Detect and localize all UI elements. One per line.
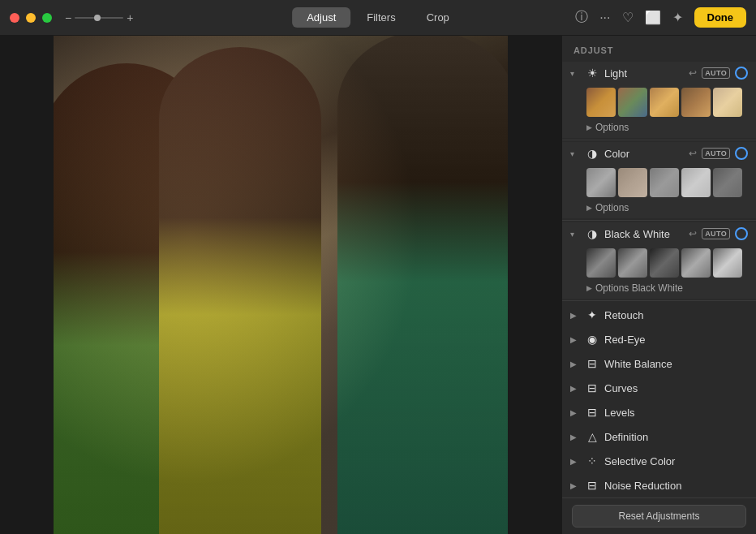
bw-options-row[interactable]: ▶ Options Black White (562, 281, 756, 299)
undo-bw-icon[interactable]: ↩ (689, 228, 697, 239)
light-icon: ☀ (585, 67, 599, 80)
thumb-light-5[interactable] (713, 88, 742, 117)
chevron-redeye-icon: ▶ (570, 335, 580, 344)
chevron-definition-icon: ▶ (570, 433, 580, 441)
zoom-slider[interactable] (75, 17, 123, 19)
minimize-button[interactable] (26, 13, 36, 23)
undo-icon[interactable]: ↩ (689, 67, 697, 79)
tab-crop[interactable]: Crop (412, 7, 464, 28)
crop-icon[interactable]: ⬜ (645, 10, 661, 25)
thumb-color-5[interactable] (713, 168, 742, 197)
thumb-bw-4[interactable] (681, 248, 711, 278)
zoom-out-button[interactable]: − (65, 11, 71, 24)
nav-tabs: Adjust Filters Crop (292, 7, 464, 28)
wb-label: White Balance (604, 358, 748, 370)
section-header-light[interactable]: ▾ ☀ Light ↩ AUTO (562, 62, 756, 84)
color-label: Color (604, 148, 684, 160)
magic-icon[interactable]: ✦ (672, 10, 683, 25)
divider-2 (562, 220, 756, 221)
thumb-color-2[interactable] (618, 168, 647, 197)
light-thumbnails (562, 84, 756, 120)
done-button[interactable]: Done (694, 7, 747, 28)
row-noise[interactable]: ▶ ⊟ Noise Reduction (562, 473, 756, 497)
row-levels[interactable]: ▶ ⊟ Levels (562, 400, 756, 424)
noise-label: Noise Reduction (604, 480, 748, 492)
bw-label: Black & White (604, 228, 684, 240)
divider-1 (562, 140, 756, 140)
bw-thumbnails (562, 245, 756, 281)
thumb-color-3[interactable] (650, 168, 679, 197)
auto-badge-bw[interactable]: AUTO (702, 228, 730, 239)
thumb-bw-1[interactable] (586, 248, 616, 278)
photo-area (0, 36, 561, 534)
selective-color-label: Selective Color (604, 455, 748, 467)
noise-icon: ⊟ (585, 479, 599, 492)
thumb-light-4[interactable] (681, 88, 711, 117)
chevron-curves-icon: ▶ (570, 384, 580, 393)
retouch-label: Retouch (604, 309, 748, 321)
thumb-light-1[interactable] (586, 88, 616, 117)
info-icon[interactable]: ⓘ (575, 9, 588, 26)
thumb-color-1[interactable] (586, 168, 616, 197)
definition-icon: △ (585, 430, 599, 443)
zoom-in-button[interactable]: + (127, 11, 133, 24)
chevron-noise-icon: ▶ (570, 481, 580, 490)
bw-actions: ↩ AUTO (689, 227, 748, 240)
row-white-balance[interactable]: ▶ ⊟ White Balance (562, 351, 756, 376)
thumb-bw-3[interactable] (650, 248, 679, 278)
traffic-lights (10, 13, 52, 23)
curves-icon: ⊟ (585, 381, 599, 394)
row-retouch[interactable]: ▶ ✦ Retouch (562, 303, 756, 327)
color-options-row[interactable]: ▶ Options (562, 200, 756, 218)
chevron-levels-icon: ▶ (570, 408, 580, 417)
thumb-light-2[interactable] (618, 88, 647, 117)
row-selective-color[interactable]: ▶ ⁘ Selective Color (562, 449, 756, 473)
redeye-icon: ◉ (585, 333, 599, 346)
light-options-row[interactable]: ▶ Options (562, 120, 756, 138)
heart-icon[interactable]: ♡ (622, 10, 634, 25)
chevron-down-icon-color: ▾ (570, 149, 580, 158)
thumb-color-4[interactable] (681, 168, 711, 197)
section-bw: ▾ ◑ Black & White ↩ AUTO (562, 222, 756, 299)
reset-adjustments-button[interactable]: Reset Adjustments (572, 505, 746, 528)
fullscreen-button[interactable] (42, 13, 52, 23)
tab-adjust[interactable]: Adjust (292, 7, 350, 28)
retouch-icon: ✦ (585, 308, 599, 321)
thumb-bw-2[interactable] (618, 248, 647, 278)
tab-filters[interactable]: Filters (352, 7, 410, 28)
row-redeye[interactable]: ▶ ◉ Red-Eye (562, 327, 756, 351)
toolbar-right: ⓘ ··· ♡ ⬜ ✦ Done (575, 7, 746, 28)
section-color: ▾ ◑ Color ↩ AUTO ▶ (562, 142, 756, 218)
chevron-retouch-icon: ▶ (570, 311, 580, 320)
toggle-bw[interactable] (735, 227, 748, 240)
thumb-light-3[interactable] (650, 88, 679, 117)
auto-badge-color[interactable]: AUTO (702, 148, 730, 159)
close-button[interactable] (10, 13, 19, 23)
chevron-selective-icon: ▶ (570, 457, 580, 466)
bw-options-label: Options Black White (595, 282, 683, 294)
photo (54, 36, 508, 534)
color-actions: ↩ AUTO (689, 147, 748, 160)
chevron-down-icon-bw: ▾ (570, 230, 580, 239)
section-light: ▾ ☀ Light ↩ AUTO ▶ (562, 62, 756, 138)
row-definition[interactable]: ▶ △ Definition (562, 424, 756, 449)
photo-overlay (54, 36, 508, 534)
thumb-bw-5[interactable] (713, 248, 742, 278)
chevron-wb-icon: ▶ (570, 360, 580, 368)
sidebar-scroll[interactable]: ▾ ☀ Light ↩ AUTO ▶ (562, 62, 756, 497)
section-header-color[interactable]: ▾ ◑ Color ↩ AUTO (562, 142, 756, 165)
options-chevron-color-icon: ▶ (586, 204, 592, 212)
sidebar: ADJUST ▾ ☀ Light ↩ AUTO (561, 36, 756, 534)
section-header-bw[interactable]: ▾ ◑ Black & White ↩ AUTO (562, 222, 756, 245)
light-label: Light (604, 67, 684, 80)
sidebar-title: ADJUST (562, 36, 756, 62)
color-thumbnails (562, 165, 756, 200)
toggle-light[interactable] (735, 67, 748, 80)
undo-color-icon[interactable]: ↩ (689, 148, 697, 159)
chevron-down-icon: ▾ (570, 69, 580, 78)
row-curves[interactable]: ▶ ⊟ Curves (562, 376, 756, 400)
curves-label: Curves (604, 382, 748, 394)
more-icon[interactable]: ··· (599, 11, 610, 25)
toggle-color[interactable] (735, 147, 748, 160)
auto-badge[interactable]: AUTO (702, 67, 730, 79)
